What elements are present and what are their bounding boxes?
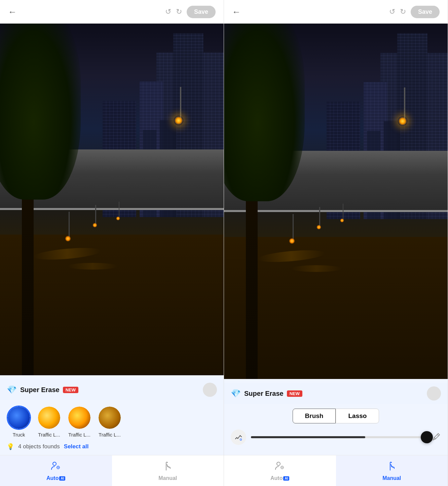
left-auto-label: Auto: [46, 475, 59, 481]
right-auto-icon: [275, 461, 285, 473]
left-traffic1-label: Traffic L...: [38, 432, 60, 438]
left-header: ← ↺ ↻ Save: [0, 0, 224, 24]
left-found-text: 4 objects founds: [18, 443, 60, 450]
left-header-left: ←: [8, 7, 17, 17]
left-nav-manual[interactable]: Manual: [112, 455, 224, 486]
left-object-traffic1[interactable]: Traffic L...: [37, 406, 61, 438]
slider-fill: [251, 436, 365, 438]
left-header-actions: ↺ ↻ Save: [165, 6, 216, 18]
right-header: ← ↺ ↻ Save: [224, 0, 448, 24]
left-undo-button[interactable]: ↺: [165, 7, 171, 16]
left-traffic1-thumb-inner: [38, 407, 60, 429]
left-object-truck[interactable]: Truck: [7, 406, 31, 438]
left-traffic1-thumb[interactable]: [37, 406, 61, 430]
left-super-erase-bar: 💎 Super Erase NEW: [0, 379, 224, 400]
left-auto-icon: [51, 461, 61, 473]
streetlight-1: [67, 212, 71, 242]
right-super-erase-label: Super Erase: [244, 390, 284, 397]
left-toggle[interactable]: [203, 383, 217, 397]
right-super-erase-left: 💎 Super Erase NEW: [231, 389, 302, 398]
right-manual-label: Manual: [382, 475, 401, 481]
right-tree-canopy: [224, 24, 305, 201]
left-bottom-panel: 💎 Super Erase NEW Truck Traffic L...: [0, 375, 224, 486]
left-manual-icon: [163, 461, 173, 473]
right-streetlight-3: [342, 204, 344, 222]
eraser-icon[interactable]: [432, 431, 441, 443]
left-ai-badge: AI: [59, 476, 65, 481]
right-toggle[interactable]: [427, 386, 441, 401]
left-tree-canopy: [0, 24, 81, 200]
right-brush-lasso-bar: Brush Lasso: [224, 404, 448, 426]
svg-point-13: [282, 467, 283, 468]
right-auto-label-wrap: Auto AI: [270, 475, 289, 481]
svg-line-10: [437, 434, 439, 436]
streetlight-3: [118, 202, 120, 220]
brush-add-icon[interactable]: [231, 429, 246, 445]
overhead-light: [178, 87, 183, 125]
svg-point-0: [53, 462, 56, 465]
left-traffic2-label: Traffic L...: [68, 432, 90, 438]
left-super-erase-label: Super Erase: [20, 386, 60, 394]
right-streetlight-2: [318, 207, 321, 230]
right-save-button[interactable]: Save: [411, 6, 440, 18]
lasso-button[interactable]: Lasso: [336, 409, 379, 423]
right-spacer: [224, 450, 448, 455]
right-header-actions: ↺ ↻ Save: [389, 6, 440, 18]
left-night-scene: ✓ Remove: [0, 24, 224, 375]
slider-thumb[interactable]: [421, 431, 433, 443]
brush-size-slider[interactable]: [251, 436, 427, 438]
right-new-badge: NEW: [287, 390, 302, 397]
right-ai-badge: AI: [283, 476, 289, 481]
left-new-badge: NEW: [63, 387, 78, 393]
svg-point-11: [277, 462, 280, 465]
right-bottom-panel: 💎 Super Erase NEW Brush Lasso: [224, 379, 448, 486]
left-traffic3-thumb[interactable]: [98, 406, 122, 430]
right-redo-button[interactable]: ↻: [400, 7, 406, 16]
left-traffic2-thumb-inner: [68, 407, 90, 429]
svg-point-2: [58, 467, 59, 468]
left-manual-label: Manual: [158, 475, 177, 481]
left-truck-label: Truck: [13, 432, 25, 438]
right-overhead-light: [402, 88, 407, 126]
right-nav-manual[interactable]: Manual: [336, 455, 448, 486]
streetlight-2: [94, 205, 97, 228]
right-night-scene: [224, 24, 448, 379]
left-image-area: ✓ Remove: [0, 24, 224, 375]
right-panel: ← ↺ ↻ Save: [224, 0, 448, 486]
left-traffic3-label: Traffic L...: [99, 432, 121, 438]
left-found-bar: 💡 4 objects founds Select all: [0, 440, 224, 455]
left-auto-label-wrap: Auto AI: [46, 475, 65, 481]
brush-slider-row: [224, 426, 448, 450]
left-truck-thumb[interactable]: [7, 406, 31, 430]
left-gem-icon: 💎: [7, 385, 17, 394]
left-objects-strip: Truck Traffic L... Traffic L... Traffic …: [0, 400, 224, 440]
brush-button[interactable]: Brush: [293, 409, 336, 423]
right-undo-button[interactable]: ↺: [389, 7, 395, 16]
left-traffic3-thumb-inner: [99, 407, 121, 429]
right-bottom-nav: Auto AI Manual: [224, 455, 448, 486]
right-back-button[interactable]: ←: [232, 7, 241, 17]
right-auto-label: Auto: [270, 475, 283, 481]
left-redo-button[interactable]: ↻: [176, 7, 182, 16]
left-back-button[interactable]: ←: [8, 7, 17, 17]
left-object-traffic3[interactable]: Traffic L...: [98, 406, 122, 438]
lightbulb-icon: 💡: [7, 443, 14, 450]
left-traffic2-thumb[interactable]: [67, 406, 91, 430]
right-header-left: ←: [232, 7, 241, 17]
right-gem-icon: 💎: [231, 389, 241, 398]
right-super-erase-bar: 💎 Super Erase NEW: [224, 383, 448, 404]
left-panel: ← ↺ ↻ Save: [0, 0, 224, 486]
left-object-traffic2[interactable]: Traffic L...: [67, 406, 91, 438]
right-manual-icon: [387, 461, 397, 473]
right-streetlight-1: [291, 214, 295, 244]
right-nav-auto[interactable]: Auto AI: [224, 455, 336, 486]
right-image-area[interactable]: [224, 24, 448, 379]
left-bottom-nav: Auto AI Manual: [0, 455, 224, 486]
left-select-all-button[interactable]: Select all: [64, 443, 89, 450]
left-super-erase-left: 💎 Super Erase NEW: [7, 385, 78, 394]
left-save-button[interactable]: Save: [187, 6, 216, 18]
left-nav-auto[interactable]: Auto AI: [0, 455, 112, 486]
left-truck-thumb-inner: [8, 407, 30, 429]
